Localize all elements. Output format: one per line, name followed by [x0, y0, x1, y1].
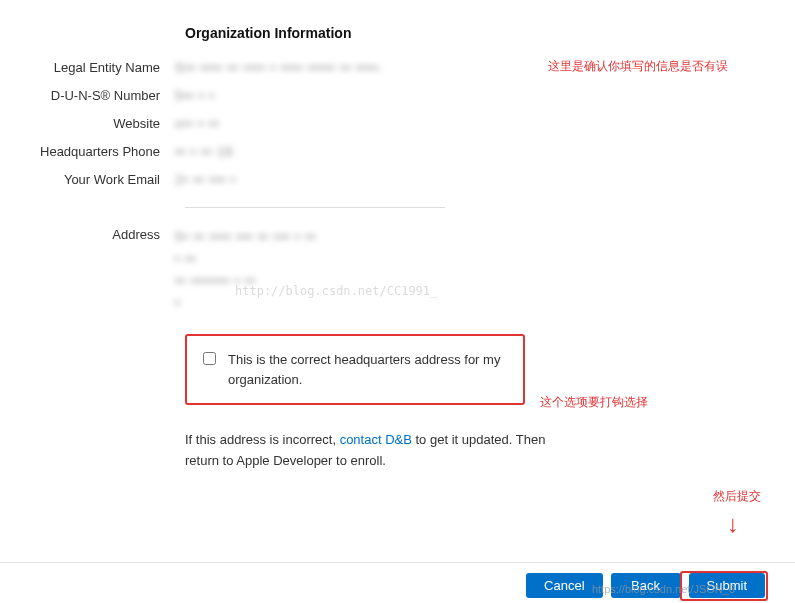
label-address: Address: [40, 226, 175, 244]
confirm-address-label: This is the correct headquarters address…: [228, 350, 507, 389]
value-website: x▪▪ ▪ ▪▪: [175, 115, 455, 133]
button-bar: Cancel Back Submit: [526, 573, 765, 598]
watermark-text: http://blog.csdn.net/CC1991_: [235, 281, 437, 301]
help-text-before: If this address is incorrect,: [185, 432, 340, 447]
value-phone: ▪▪ ▪ ▪▪ 19: [175, 143, 455, 161]
divider: [185, 207, 445, 208]
back-button[interactable]: Back: [611, 573, 681, 598]
checkbox-container: This is the correct headquarters address…: [185, 334, 525, 405]
cancel-button[interactable]: Cancel: [526, 573, 602, 598]
row-email: Your Work Email 2▪ ▪▪ ▪▪▪ ▪: [40, 171, 755, 189]
section-title: Organization Information: [185, 25, 755, 41]
annotation-then-submit: 然后提交: [713, 488, 761, 505]
label-legal-entity: Legal Entity Name: [40, 59, 175, 77]
annotation-confirm-info: 这里是确认你填写的信息是否有误: [548, 58, 728, 75]
help-text: If this address is incorrect, contact D&…: [185, 430, 565, 472]
row-address: Address 5▪ ▪▪ ▪▪▪▪ ▪▪▪ ▪▪ ▪▪▪ ▪ ▪▪ ▪ ▪▪ …: [40, 226, 755, 314]
submit-button[interactable]: Submit: [689, 573, 765, 598]
value-duns: 5▪▪ ▪ ▪: [175, 87, 455, 105]
value-address: 5▪ ▪▪ ▪▪▪▪ ▪▪▪ ▪▪ ▪▪▪ ▪ ▪▪ ▪ ▪▪ ▪▪ ▪▪▪▪▪…: [175, 226, 455, 314]
label-website: Website: [40, 115, 175, 133]
label-phone: Headquarters Phone: [40, 143, 175, 161]
annotation-check-option: 这个选项要打钩选择: [540, 394, 648, 411]
label-duns: D-U-N-S® Number: [40, 87, 175, 105]
value-legal-entity: S▪▪ ▪▪▪▪ ▪▪ ▪▪▪▪ ▪ ▪▪▪▪ ▪▪▪▪▪ ▪▪ ▪▪▪▪.: [175, 59, 455, 77]
label-email: Your Work Email: [40, 171, 175, 189]
row-website: Website x▪▪ ▪ ▪▪: [40, 115, 755, 133]
value-email: 2▪ ▪▪ ▪▪▪ ▪: [175, 171, 455, 189]
contact-dnb-link[interactable]: contact D&B: [340, 432, 412, 447]
row-duns: D-U-N-S® Number 5▪▪ ▪ ▪: [40, 87, 755, 105]
confirm-address-checkbox[interactable]: [203, 352, 216, 365]
footer-separator: [0, 562, 795, 563]
arrow-icon: ↓: [727, 510, 739, 538]
row-phone: Headquarters Phone ▪▪ ▪ ▪▪ 19: [40, 143, 755, 161]
